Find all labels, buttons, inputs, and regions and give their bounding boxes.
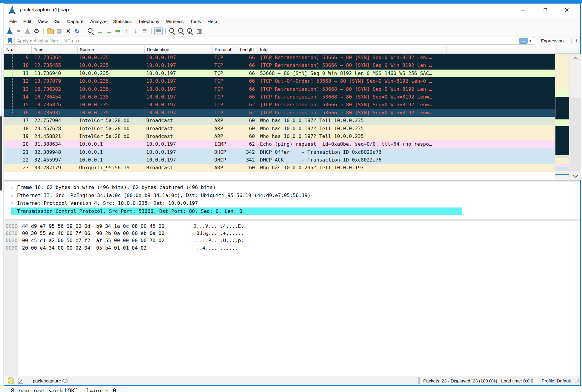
packet-row[interactable]: 1213.73707910.0.0.23510.0.0.197TCP66[TCP…	[4, 77, 555, 85]
packet-row[interactable]: 1924.458821IntelCor_5a:28:d0BroadcastARP…	[4, 133, 555, 140]
detail-row[interactable]: >Frame 16: 62 bytes on wire (496 bits), …	[11, 184, 580, 192]
column-header-destination[interactable]: Destination	[145, 46, 213, 53]
capture-options-icon[interactable]: ⚙	[33, 27, 41, 35]
add-filter-button[interactable]: +	[575, 36, 578, 45]
column-header-no[interactable]: No.	[4, 46, 32, 53]
menu-analyze[interactable]: Analyze	[87, 17, 110, 26]
packet-row[interactable]: 912.73536410.0.0.23510.0.0.197TCP66[TCP …	[4, 54, 555, 62]
packet-cell: 342	[238, 156, 258, 164]
expand-chevron-icon[interactable]: >	[11, 184, 17, 192]
resize-columns-icon[interactable]: ▥	[195, 27, 203, 35]
scroll-up-icon[interactable]	[570, 54, 581, 62]
detail-row[interactable]: >Transmission Control Protocol, Src Port…	[11, 207, 462, 216]
detail-row[interactable]: >Ethernet II, Src: PcEngine_34:1a:0c (00…	[11, 192, 580, 200]
column-header-source[interactable]: Source	[78, 46, 145, 53]
column-header-protocol[interactable]: Protocol	[213, 46, 238, 53]
filter-dropdown-caret-icon[interactable]: ▾	[529, 39, 531, 43]
go-forward-icon[interactable]: →	[105, 27, 113, 35]
packet-row[interactable]: 1823.457628IntelCor_5a:28:d0BroadcastARP…	[4, 125, 555, 133]
packet-row[interactable]: 1316.73638210.0.0.23510.0.0.197TCP66[TCP…	[4, 85, 555, 93]
packet-row[interactable]: 2333.287179Ubiquiti_95:56:19BroadcastARP…	[4, 164, 555, 172]
capture-comment-icon[interactable]	[18, 378, 23, 384]
expand-chevron-icon[interactable]: >	[11, 207, 17, 216]
detail-row[interactable]: >Internet Protocol Version 4, Src: 10.0.…	[11, 199, 580, 207]
menu-statistics[interactable]: Statistics	[110, 17, 135, 26]
packet-row[interactable]: 1113.73694010.0.0.23510.0.0.197TCP665366…	[4, 70, 555, 77]
display-filter-field[interactable]: → ▾	[6, 37, 534, 44]
column-header-length[interactable]: Length	[238, 46, 258, 53]
find-packet-icon[interactable]	[87, 27, 95, 35]
background-window-dark-bar	[0, 116, 2, 190]
hex-row[interactable]: 003020 00 e4 34 00 00 02 04 05 b4 01 01 …	[4, 245, 580, 252]
title-bar[interactable]: packetcapture (1).cap – □ ×	[4, 4, 580, 17]
menu-help[interactable]: Help	[204, 17, 220, 26]
stop-capture-icon[interactable]: ■	[15, 27, 23, 35]
packet-cell: 10.0.0.235	[78, 62, 145, 69]
go-first-icon[interactable]: ↑	[123, 27, 131, 35]
menu-capture[interactable]: Capture	[64, 17, 87, 26]
scrollbar-thumb[interactable]	[570, 99, 581, 171]
column-header-info[interactable]: Info	[258, 46, 447, 53]
zoom-100-icon[interactable]: 1	[186, 27, 194, 35]
hex-row[interactable]: 001000 30 55 ed 40 00 7f 06 90 2b 0a 00 …	[4, 230, 580, 237]
expression-button[interactable]: Expression...	[541, 36, 568, 45]
minimap-segment	[555, 158, 569, 164]
start-capture-icon[interactable]	[6, 27, 14, 35]
packet-row[interactable]: 2232.45599710.0.0.110.0.0.197DHCP342DHCP…	[4, 156, 555, 164]
menu-file[interactable]: File	[6, 17, 20, 26]
reload-file-icon[interactable]: ↻	[73, 27, 81, 35]
open-file-icon[interactable]	[46, 27, 54, 35]
go-back-icon[interactable]: ←	[96, 27, 104, 35]
packet-row[interactable]: 1416.73645410.0.0.23510.0.0.197TCP66[TCP…	[4, 93, 555, 101]
status-profile[interactable]: Profile: Default	[542, 378, 571, 383]
menu-wireless[interactable]: Wireless	[163, 17, 187, 26]
packet-row[interactable]: 1618.73693110.0.0.23510.0.0.197TCP62[TCP…	[4, 109, 555, 117]
go-to-packet-icon[interactable]: ⇒	[114, 27, 122, 35]
packet-cell: DHCP	[213, 156, 238, 164]
go-last-icon[interactable]: ↓	[132, 27, 140, 35]
packet-cell: 66	[238, 70, 258, 77]
expand-chevron-icon[interactable]: >	[11, 199, 17, 207]
packet-row[interactable]: 1722.757904IntelCor_5a:28:d0BroadcastARP…	[4, 117, 555, 124]
column-header-time[interactable]: Time	[32, 46, 78, 53]
resize-grip[interactable]	[575, 378, 579, 383]
menu-tools[interactable]: Tools	[187, 17, 204, 26]
close-file-icon[interactable]: ×	[64, 27, 72, 35]
packet-cell	[447, 109, 555, 117]
minimize-button[interactable]: –	[516, 4, 530, 17]
intelligent-scrollbar-minimap[interactable]	[555, 54, 569, 180]
packet-cell: IntelCor_5a:28:d0	[78, 125, 145, 133]
apply-filter-button[interactable]: →	[519, 38, 528, 44]
scroll-down-icon[interactable]	[570, 172, 581, 180]
bookmark-icon[interactable]	[8, 38, 12, 43]
packet-list-scrollbar[interactable]	[569, 54, 581, 180]
menu-telephony[interactable]: Telephony	[135, 17, 163, 26]
restart-capture-icon[interactable]	[24, 27, 32, 35]
packet-list-header: No.TimeSourceDestinationProtocolLengthIn…	[4, 46, 580, 54]
packet-cell: 10.0.0.235	[78, 93, 145, 101]
zoom-out-icon[interactable]: −	[177, 27, 185, 35]
display-filter-input[interactable]	[15, 38, 519, 44]
packet-cell: 13.737079	[32, 77, 78, 85]
packet-row[interactable]: 1012.73545510.0.0.23510.0.0.197TCP66[TCP…	[4, 62, 555, 69]
expand-chevron-icon[interactable]: >	[11, 192, 17, 200]
packet-row[interactable]: 2031.38863410.0.0.110.0.0.197ICMP62Echo …	[4, 140, 555, 148]
hex-row[interactable]: 002000 c5 d1 a2 00 50 e7 f2 af 55 00 00 …	[4, 237, 580, 244]
colorize-icon[interactable]	[154, 27, 163, 35]
close-button[interactable]: ×	[560, 4, 574, 17]
expert-info-icon[interactable]	[8, 377, 14, 384]
menu-go[interactable]: Go	[51, 17, 64, 26]
packet-cell: 10.0.0.1	[78, 156, 145, 164]
menu-edit[interactable]: Edit	[20, 17, 35, 26]
menu-view[interactable]: View	[35, 17, 51, 26]
packet-cell	[447, 133, 555, 140]
packet-row[interactable]: 1518.73682610.0.0.23510.0.0.197TCP62[TCP…	[4, 101, 555, 109]
zoom-in-icon[interactable]: +	[168, 27, 176, 35]
auto-scroll-icon[interactable]: ≣	[141, 27, 149, 35]
hex-row[interactable]: 000044 d9 e7 95 56 19 00 0d b9 34 1a 0c …	[4, 223, 580, 230]
save-file-icon[interactable]: ▦	[55, 27, 63, 35]
hex-bytes: 00 30 55 ed 40 00 7f 06 90 2b 0a 00 00 e…	[22, 230, 170, 237]
maximize-button[interactable]: □	[538, 4, 552, 17]
background-window-text: 8 non non sock[OK] length 0	[11, 388, 582, 392]
packet-row[interactable]: 2132.38994810.0.0.110.0.0.197DHCP342DHCP…	[4, 148, 555, 156]
